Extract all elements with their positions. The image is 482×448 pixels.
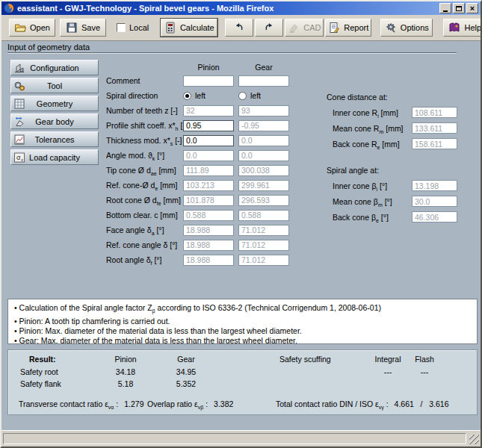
options-button[interactable]: Options [380,19,433,37]
help-button[interactable]: Help [443,19,482,37]
form-row-root-angle: Root angle δf [°] [106,252,294,267]
open-button[interactable]: Open [9,19,55,37]
total-contact-ratio-din-iso-label: Total contact ratio DIN / ISO εvγ : [276,399,389,408]
spiral-direction-pinion-cell: left [183,91,234,100]
form-row-tip-cone-d: Tip cone Ø dae [mm] [106,163,294,178]
row-back-cone-r-mm: Back cone Re [mm] [327,136,461,152]
tip-cone-d-pinion-input [183,165,234,176]
form-row-thickness-mod-x: Thickness mod. x*s [-] [106,133,294,148]
save-button-label: Save [81,23,100,32]
note-item: • Gear: Max. diameter of the material da… [14,336,471,344]
minimize-button[interactable] [439,3,451,13]
calculate-button[interactable]: Calculate [161,19,217,37]
thickness-mod-x-label: Thickness mod. x*s [-] [106,136,183,145]
thickness-mod-x-gear-input [238,135,289,146]
sidebar-item-gear-body[interactable]: Gear body [10,113,99,129]
number-of-teeth-z-label: Number of teeth z [-] [106,106,183,115]
face-angle-gear-input [238,225,289,236]
inner-cone-label: Inner cone βi [°] [327,181,412,190]
geometry-icon [13,98,25,110]
help-icon [448,22,460,34]
face-angle-pinion-input [183,225,234,236]
resize-grip[interactable] [469,435,479,444]
form-row-root-cone-d: Root cone Ø dfe [mm] [106,193,294,208]
profile-shift-coeff-x-pinion-input[interactable] [183,120,234,131]
form-row-ref-cone-angle: Ref. cone angle δ [°] [106,237,294,252]
column-header-gear: Gear [238,63,289,72]
sidebar-item-label: Tolerances [34,135,74,144]
column-header-pinion: Pinion [183,63,234,72]
calculate-button-label: Calculate [180,23,214,32]
sidebar: ConfigurationToolGeometryGear bodyTolera… [10,60,99,167]
close-button[interactable]: × [466,3,478,13]
spiral-direction-gear-radio-label: left [250,91,261,100]
ref-cone-d-label: Ref. cone-Ø de [mm] [106,181,183,190]
status-field [3,433,466,444]
geometry-form: CommentSpiral directionleftleftNumber of… [106,73,294,267]
ratio-transverse-contact-ratio: Transverse contact ratio εvα :1.279 [19,399,144,408]
tolerances-icon [13,134,25,146]
ratio-overlap-ratio: Overlap ratio εvβ :3.382 [147,399,233,408]
note-item: • Pinion: A tooth tip chamfering is carr… [14,317,471,326]
comment-gear-input[interactable] [238,75,289,87]
spiral-direction-gear-cell: left [238,91,289,100]
comment-pinion-input[interactable] [183,75,234,87]
form-row-bottom-clear-c-mm: Bottom clear. c [mm] [106,208,294,223]
sidebar-item-label: Configuration [30,63,78,72]
sidebar-item-configuration[interactable]: Configuration [10,60,99,75]
safety-flank-gear-value: 5.352 [164,379,208,388]
save-button[interactable]: Save [60,19,106,37]
results-col-scuffing: Safety scuffing [279,355,331,364]
back-cone-label: Back cone βe [°] [327,213,412,222]
root-cone-d-gear-cell [238,195,289,206]
spiral-direction-pinion-radio-label: left [195,91,206,100]
spiral-direction-pinion-radio[interactable] [183,92,191,100]
comment-gear-cell [238,75,289,87]
bottom-clear-c-mm-label: Bottom clear. c [mm] [106,211,183,220]
sidebar-item-tool[interactable]: Tool [10,78,99,93]
profile-shift-coeff-x-gear-input [238,120,289,131]
redo-button[interactable] [255,19,283,37]
local-checkbox[interactable] [117,23,126,32]
root-cone-d-pinion-input [183,195,234,206]
results-col-flash: Flash [402,355,447,364]
ref-cone-d-gear-input [238,180,289,191]
root-angle-gear-input [238,255,289,266]
sidebar-item-label: Gear body [35,117,73,126]
notes-panel: • Calculation of the Spiral angle factor… [7,299,478,344]
thickness-mod-x-pinion-input[interactable] [183,135,234,146]
report-button-label: Report [344,23,368,32]
close-icon: × [470,4,475,12]
row-mean-cone: Mean cone βm [°] [327,193,461,209]
report-button[interactable]: Report [325,19,371,37]
row-mean-cone-r-mm: Mean cone Rm [mm] [327,120,461,136]
sidebar-item-geometry[interactable]: Geometry [10,96,99,111]
results-panel: Result: Pinion Gear Safety scuffing Inte… [7,349,478,415]
face-angle-gear-cell [238,225,289,236]
ref-cone-d-pinion-input [183,180,234,191]
number-of-teeth-z-pinion-cell [183,105,234,116]
firefox-icon [4,3,14,13]
row-inner-cone: Inner cone βi [°] [327,178,461,193]
sidebar-item-tolerances[interactable]: Tolerances [10,131,99,147]
sidebar-item-load-capacity[interactable]: σxLoad capacity [10,149,99,165]
overlap-ratio-label: Overlap ratio εvβ : [147,399,208,408]
undo-icon [233,22,245,34]
undo-button[interactable] [225,19,253,37]
back-cone-r-mm-label: Back cone Re [mm] [327,140,412,149]
maximize-button[interactable] [453,3,465,13]
app-window: eassistant - GWJ-Technology - Spiral bev… [0,0,482,448]
cad-button: CAD [285,19,324,37]
mean-cone-label: Mean cone βm [°] [327,197,412,206]
inner-cone-input [412,180,457,191]
bottom-clear-c-mm-gear-cell [238,210,289,221]
load-capacity-icon: σx [13,152,25,164]
ref-cone-angle-gear-cell [238,240,289,251]
angle-mod-pinion-input [183,150,234,161]
sidebar-item-label: Load capacity [29,153,80,162]
spiral-direction-gear-radio[interactable] [238,92,247,100]
root-cone-d-label: Root cone Ø dfe [mm] [106,196,183,205]
back-cone-input [412,211,457,223]
angle-mod-gear-cell [238,150,289,161]
bottom-clear-c-mm-pinion-input [183,210,234,221]
